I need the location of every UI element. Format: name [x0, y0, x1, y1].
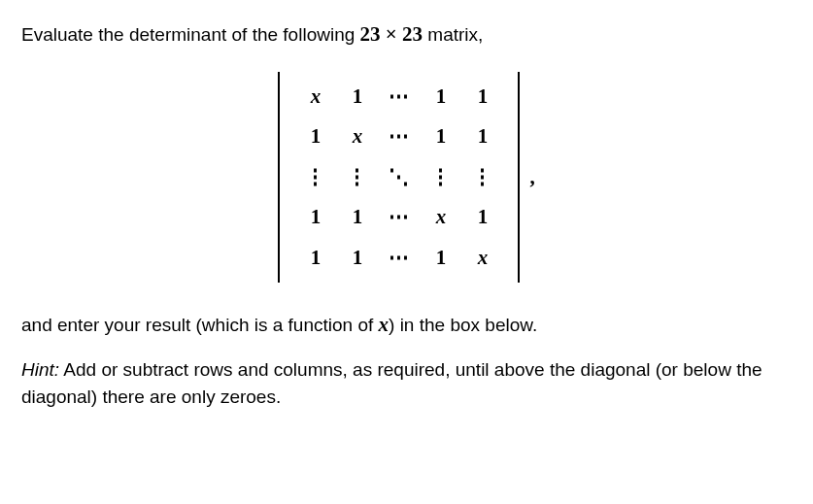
- matrix-cell: ⋯: [389, 202, 409, 233]
- matrix-cell: ⋯: [389, 121, 409, 152]
- matrix-cell: x: [472, 243, 492, 274]
- matrix-dimension: 23 × 23: [360, 22, 423, 46]
- determinant-bar-left: [278, 72, 280, 284]
- matrix-cell: 1: [472, 82, 492, 113]
- after-suffix: ) in the box below.: [389, 315, 537, 335]
- hint-text: Add or subtract rows and columns, as req…: [21, 359, 762, 408]
- matrix-row: ⋮ ⋮ ⋱ ⋮ ⋮: [305, 162, 492, 193]
- determinant-bar-right: [518, 72, 520, 284]
- intro-suffix: matrix,: [423, 24, 483, 45]
- after-prefix: and enter your result (which is a functi…: [21, 315, 379, 335]
- variable-x: x: [379, 313, 390, 336]
- matrix-cell: ⋮: [305, 162, 325, 193]
- matrix-cell: 1: [347, 243, 367, 274]
- matrix-cell: 1: [472, 121, 492, 152]
- matrix-cell: 1: [472, 202, 492, 233]
- intro-prefix: Evaluate the determinant of the followin…: [21, 24, 360, 45]
- matrix-row: 1 1 ⋯ x 1: [305, 202, 492, 233]
- matrix-cell: x: [305, 82, 325, 113]
- matrix-cell: ⋮: [347, 162, 367, 193]
- matrix-cell: 1: [347, 82, 367, 113]
- matrix-row: 1 1 ⋯ 1 x: [305, 243, 492, 274]
- question-after-matrix: and enter your result (which is a functi…: [21, 310, 792, 341]
- matrix-body: x 1 ⋯ 1 1 1 x ⋯ 1 1 ⋮ ⋮ ⋱ ⋮ ⋮ 1: [284, 72, 514, 284]
- matrix-cell: 1: [305, 121, 325, 152]
- matrix-cell: 1: [430, 121, 451, 152]
- matrix-cell: x: [430, 202, 451, 233]
- hint-paragraph: Hint: Add or subtract rows and columns, …: [21, 356, 792, 412]
- question-intro: Evaluate the determinant of the followin…: [21, 19, 792, 50]
- matrix-wrap: x 1 ⋯ 1 1 1 x ⋯ 1 1 ⋮ ⋮ ⋱ ⋮ ⋮ 1: [278, 72, 520, 284]
- matrix-row: x 1 ⋯ 1 1: [305, 82, 492, 113]
- matrix-cell: 1: [430, 82, 451, 113]
- matrix-cell: x: [347, 121, 367, 152]
- matrix-cell: 1: [305, 243, 325, 274]
- matrix-cell: 1: [430, 243, 451, 274]
- matrix-cell: 1: [347, 202, 367, 233]
- matrix-trailing-comma: ,: [529, 162, 534, 193]
- matrix-cell: 1: [305, 202, 325, 233]
- matrix-row: 1 x ⋯ 1 1: [305, 121, 492, 152]
- matrix-cell: ⋱: [389, 162, 409, 193]
- matrix-cell: ⋯: [389, 243, 409, 274]
- determinant-display: x 1 ⋯ 1 1 1 x ⋯ 1 1 ⋮ ⋮ ⋱ ⋮ ⋮ 1: [21, 72, 792, 284]
- matrix-cell: ⋮: [472, 162, 492, 193]
- matrix-cell: ⋯: [389, 82, 409, 113]
- matrix-cell: ⋮: [430, 162, 451, 193]
- hint-label: Hint:: [21, 359, 59, 380]
